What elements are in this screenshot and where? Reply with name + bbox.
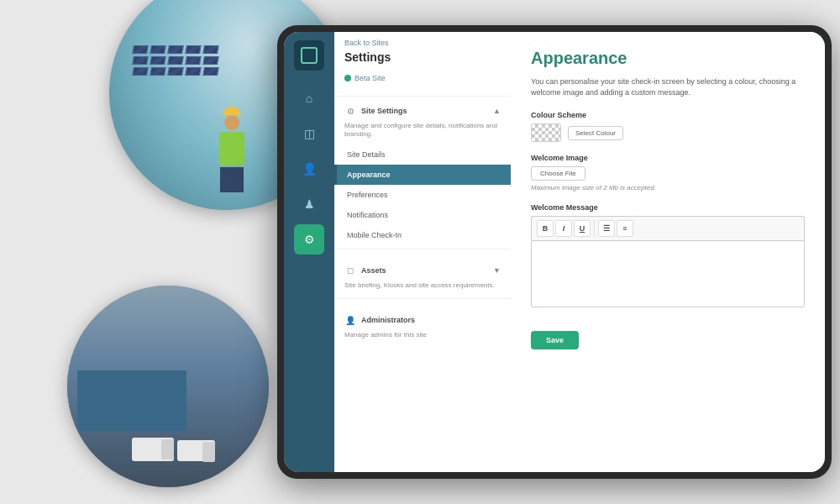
sidebar-icon-users[interactable]: 👤 (294, 154, 324, 184)
welcome-image-label: Welcome Image (531, 154, 805, 162)
toolbar-ordered-list[interactable]: ≡ (617, 220, 633, 237)
nav-item-site-details[interactable]: Site Details (334, 144, 511, 165)
settings-icon: ⚙ (344, 105, 356, 117)
assets-chevron: ▼ (493, 266, 501, 275)
nav-section-assets-header[interactable]: ◻ Assets ▼ (334, 260, 511, 281)
welcome-message-group: Welcome Message B I U ☰ ≡ (531, 203, 805, 311)
site-settings-desc: Manage and configure site details, notif… (334, 122, 511, 144)
divider (334, 96, 511, 97)
colour-scheme-group: Colour Scheme Select Colour (531, 111, 805, 142)
assets-label: Assets (361, 266, 386, 275)
nav-item-preferences[interactable]: Preferences (334, 185, 511, 205)
nav-section-site-settings: ⚙ Site Settings ▲ Manage and configure s… (334, 89, 511, 256)
nav-section-admins: 👤 Administrators Manage admins for this … (334, 306, 511, 348)
page-subtitle: You can personalise your site check-in s… (531, 76, 805, 97)
site-badge-label: Beta Site (354, 74, 386, 82)
sidebar-icon-settings[interactable]: ⚙ (294, 224, 324, 255)
welcome-image-row: Choose File (531, 166, 805, 181)
truck2 (177, 440, 215, 461)
nav-item-mobile-checkin[interactable]: Mobile Check-In (334, 225, 511, 245)
logo-icon (301, 47, 318, 64)
tablet-frame: ⌂ ◫ 👤 ♟ ⚙ Back to Sites Settings Beta Si… (277, 25, 832, 479)
admins-label: Administrators (361, 316, 415, 324)
welcome-image-group: Welcome Image Choose File Maximum image … (531, 154, 805, 192)
assets-desc: Site briefing, Kiosks and site access re… (334, 281, 511, 295)
sidebar-icon-person[interactable]: ♟ (294, 189, 324, 219)
person-figure (215, 111, 249, 186)
welcome-message-input[interactable] (531, 240, 805, 307)
rich-text-toolbar: B I U ☰ ≡ (531, 216, 805, 240)
sidebar: ⌂ ◫ 👤 ♟ ⚙ (284, 32, 334, 472)
site-dot (344, 75, 351, 81)
sidebar-icon-home[interactable]: ⌂ (294, 83, 324, 113)
toolbar-separator1 (594, 220, 595, 237)
colour-scheme-row: Select Colour (531, 123, 805, 142)
back-link[interactable]: Back to Sites (334, 32, 511, 50)
admins-desc: Manage admins for this site (334, 331, 511, 344)
site-settings-label: Site Settings (361, 107, 407, 115)
toolbar-italic[interactable]: I (555, 220, 572, 237)
content-panel: Appearance You can personalise your site… (511, 32, 825, 472)
nav-item-appearance[interactable]: Appearance (334, 165, 511, 185)
select-colour-button[interactable]: Select Colour (568, 126, 623, 140)
save-button[interactable]: Save (531, 331, 579, 349)
colour-swatch[interactable] (531, 123, 561, 142)
nav-section-assets: ◻ Assets ▼ Site briefing, Kiosks and sit… (334, 256, 511, 306)
nav-section-admins-header[interactable]: 👤 Administrators (334, 309, 511, 331)
sidebar-icon-chart[interactable]: ◫ (294, 118, 324, 149)
nav-section-site-settings-header[interactable]: ⚙ Site Settings ▲ (334, 100, 511, 122)
choose-file-button[interactable]: Choose File (531, 166, 585, 181)
site-settings-chevron: ▲ (493, 107, 501, 115)
nav-item-notifications[interactable]: Notifications (334, 205, 511, 225)
image-size-hint: Maximum image size of 2 Mb is accepted. (531, 184, 805, 192)
toolbar-unordered-list[interactable]: ☰ (598, 220, 615, 237)
circle-bottom-decoration (67, 286, 269, 487)
divider3 (334, 298, 511, 299)
colour-scheme-label: Colour Scheme (531, 111, 805, 119)
welcome-message-label: Welcome Message (531, 203, 805, 212)
page-title: Appearance (531, 49, 805, 68)
truck1 (132, 438, 174, 461)
toolbar-underline[interactable]: U (574, 220, 591, 237)
panel-title: Settings (334, 50, 511, 71)
divider2 (334, 249, 511, 249)
settings-panel: Back to Sites Settings Beta Site ⚙ Site … (334, 32, 511, 472)
sidebar-logo (294, 40, 324, 71)
warehouse-scene (77, 346, 259, 467)
site-badge: Beta Site (334, 71, 511, 89)
tablet-screen: ⌂ ◫ 👤 ♟ ⚙ Back to Sites Settings Beta Si… (284, 32, 825, 472)
assets-icon: ◻ (344, 265, 356, 276)
toolbar-bold[interactable]: B (537, 220, 554, 237)
admins-icon: 👤 (344, 314, 356, 326)
